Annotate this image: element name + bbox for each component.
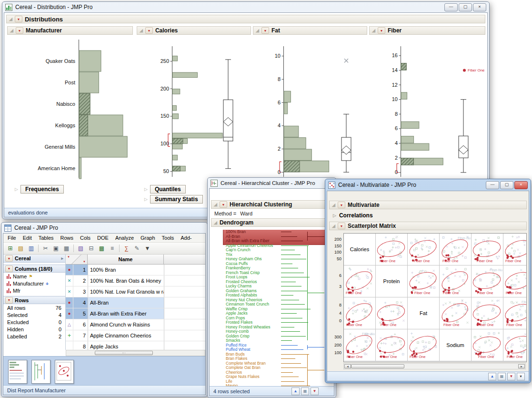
row-name-cell[interactable]: All-Bran — [88, 297, 164, 308]
dendrogram-leaves[interactable]: 100% BranAll-BranAll-Bran with Extra Fib… — [210, 230, 334, 386]
quantiles-node[interactable]: Quantiles — [150, 185, 186, 194]
row-name-cell[interactable]: 100% Bran — [88, 265, 164, 275]
table-row[interactable]: ✕3100% Nat. Low Fat Granola w raisi — [66, 286, 205, 297]
dendrogram-leaf[interactable]: Frosted Alphabits — [226, 293, 257, 297]
dendrogram-outline-header[interactable]: ◢ Dendrogram — [211, 218, 332, 227]
disclosure-open-icon[interactable]: ◢ — [332, 224, 335, 228]
cut-icon[interactable]: ✂ — [41, 244, 50, 253]
manufacturer-header[interactable]: ◢ ▼ Manufacturer — [7, 26, 133, 35]
disclosure-open-icon[interactable]: ◢ — [9, 17, 12, 21]
open-panel-icon[interactable]: ▲ — [291, 388, 300, 395]
scatterplot-matrix-header[interactable]: ◢ ▼ Scatterplot Matrix — [329, 222, 527, 230]
dendrogram-leaf[interactable]: Apple Jacks — [226, 311, 248, 316]
matrix-scatter-cell[interactable]: Fiber One — [376, 234, 408, 265]
annotate-icon[interactable]: ✎ — [132, 244, 141, 253]
fiber-header[interactable]: ◢ ▼ Fiber — [369, 26, 485, 35]
close-button[interactable]: × — [514, 181, 528, 189]
fat-chart[interactable]: 0246810 — [253, 35, 367, 184]
matrix-scatter-cell[interactable]: Fiber One — [472, 234, 503, 265]
matrix-diagonal-cell[interactable]: Sodium — [440, 329, 472, 361]
data-grid[interactable]: ▼ ▼ Name ●1100% Bran✕2100% Nat. Bran Oat… — [66, 255, 205, 350]
matrix-scatter-cell[interactable]: Fiber One — [503, 234, 527, 265]
matrix-diagonal-cell[interactable]: Fat — [408, 297, 440, 329]
menu-file[interactable]: File — [8, 235, 16, 241]
matrix-horizontal-scrollbar[interactable]: ◄ ► — [343, 363, 526, 369]
menu-add[interactable]: Add- — [181, 235, 191, 241]
matrix-scatter-cell[interactable]: Fiber One — [408, 265, 440, 297]
sort-icon[interactable]: ≡ — [108, 244, 117, 253]
minimize-button[interactable]: — — [486, 181, 499, 189]
scrollbar-thumb[interactable] — [95, 351, 153, 355]
open-icon[interactable]: ▤ — [16, 244, 25, 253]
row-marker-cell[interactable]: △ — [66, 319, 73, 330]
row-number-cell[interactable]: 7 — [73, 330, 88, 341]
maximize-button[interactable]: ▢ — [500, 181, 513, 189]
row-name-cell[interactable]: All-Bran with Extra Fiber — [88, 308, 164, 319]
red-triangle-status-icon[interactable]: ▼ — [507, 373, 515, 380]
table-row[interactable]: △6Almond Crunch w Raisins — [66, 319, 205, 330]
dendrogram-leaf[interactable]: Bran Flakes — [226, 357, 247, 361]
row-stat-selected[interactable]: Selected4 — [3, 311, 65, 318]
window-cluster[interactable]: Cereal - Hierarchical Cluster - JMP Pro … — [207, 177, 336, 398]
dendrogram-leaf[interactable]: Honey Graham Ohs — [226, 257, 262, 261]
row-name-cell[interactable]: Almond Crunch w Raisins — [88, 319, 164, 330]
calories-chart[interactable]: 50100150200250 — [137, 35, 251, 184]
red-triangle-menu-icon[interactable]: ▼ — [338, 223, 345, 229]
row-stat-labelled[interactable]: Labelled2 — [3, 333, 65, 340]
row-number-cell[interactable]: 6 — [73, 319, 88, 330]
multivariate-titlebar[interactable]: Cereal - Multivariate - JMP Pro — ▢ × — [325, 179, 531, 191]
save-icon[interactable]: ▥ — [27, 244, 36, 253]
row-name-cell[interactable]: 100% Nat. Low Fat Granola w raisi — [88, 286, 164, 297]
dendrogram-leaf[interactable]: All-Bran with Extra Fiber — [226, 239, 270, 243]
frequencies-node[interactable]: Frequencies — [20, 185, 64, 194]
fiber-chart[interactable]: 0246810121416Fiber One — [369, 35, 485, 184]
table-row[interactable]: ●5All-Bran with Extra Fiber — [66, 308, 205, 319]
row-name-cell[interactable]: Apple Cinnamon Cheerios — [88, 330, 164, 341]
correlations-node[interactable]: ▷ Correlations — [333, 212, 373, 219]
scroll-right-arrow[interactable]: ► — [518, 364, 525, 368]
menu-rows[interactable]: Rows — [60, 235, 74, 241]
matrix-scatter-cell[interactable]: Fiber OneFiber-Nu — [440, 234, 472, 265]
menu-tools[interactable]: Tools — [162, 235, 174, 241]
matrix-scatter-cell[interactable]: Fiber One — [408, 234, 440, 265]
row-number-cell[interactable]: 3 — [73, 286, 88, 297]
data-grid-icon[interactable]: ▩ — [97, 244, 106, 253]
matrix-scatter-cell[interactable]: Fiber One — [440, 297, 472, 329]
dendrogram-leaf[interactable]: Frosted Flakes — [226, 320, 252, 325]
matrix-diagonal-cell[interactable]: Protein — [376, 265, 408, 297]
menu-edit[interactable]: Edit — [23, 235, 32, 241]
dendrogram-leaf[interactable]: Puffed Wheat — [226, 347, 250, 352]
row-marker-cell[interactable]: ✕ — [66, 286, 73, 297]
columns-panel-header[interactable]: ▼ Columns (18/0) — [3, 265, 65, 273]
table-row[interactable]: ●1100% Bran — [66, 265, 205, 276]
maximize-button[interactable]: ▢ — [459, 3, 472, 11]
layout-icon[interactable]: ⊟ — [87, 244, 96, 253]
dendrogram-leaf[interactable]: Froot Loops — [226, 275, 247, 279]
disclosure-open-icon[interactable]: ◢ — [372, 29, 375, 33]
paste-icon[interactable]: ▦ — [62, 244, 71, 253]
window-multivariate[interactable]: Cereal - Multivariate - JMP Pro — ▢ × ◢ … — [325, 179, 531, 383]
scroll-left-arrow[interactable]: ◄ — [344, 364, 351, 368]
disclosure-closed-icon[interactable]: ▷ — [144, 187, 148, 192]
multivariate-outline-header[interactable]: ◢ ▼ Multivariate — [329, 201, 527, 209]
red-triangle-menu-icon[interactable]: ▼ — [145, 27, 153, 34]
distribution-titlebar[interactable]: Cereal - Distribution - JMP Pro — ▢ × — [2, 2, 489, 12]
caret-down-icon[interactable]: ▾ — [517, 373, 525, 380]
window-cereal-table[interactable]: Cereal - JMP Pro FileEditTablesRowsColsD… — [1, 222, 208, 397]
name-column-header[interactable]: Name — [88, 255, 164, 264]
summary-icon[interactable]: ∑ — [122, 244, 131, 253]
row-stat-hidden[interactable]: Hidden0 — [3, 326, 65, 333]
matrix-scatter-cell[interactable]: Fiber One — [344, 265, 376, 297]
menu-doe[interactable]: DOE — [97, 235, 109, 241]
dendrogram-leaf[interactable]: Complete Oat Bran — [226, 366, 261, 370]
scatterplot-cells[interactable]: CaloriesFiber OneFiber OneFiber OneFiber… — [343, 233, 527, 362]
table-row[interactable]: ✕2100% Nat. Bran Oats & Honey — [66, 276, 205, 286]
open-panel-icon[interactable]: ▲ — [488, 373, 496, 380]
menu-analyze[interactable]: Analyze — [115, 235, 134, 241]
red-triangle-menu-icon[interactable]: ▼ — [5, 255, 13, 262]
row-number-cell[interactable]: 5 — [73, 308, 88, 319]
columns-menu-icon[interactable]: ▼ — [67, 255, 70, 258]
red-triangle-menu-icon[interactable]: ▼ — [220, 201, 227, 208]
row-stat-all-rows[interactable]: All rows76 — [3, 304, 65, 311]
matrix-scatter-cell[interactable]: Fiber One — [472, 297, 503, 329]
